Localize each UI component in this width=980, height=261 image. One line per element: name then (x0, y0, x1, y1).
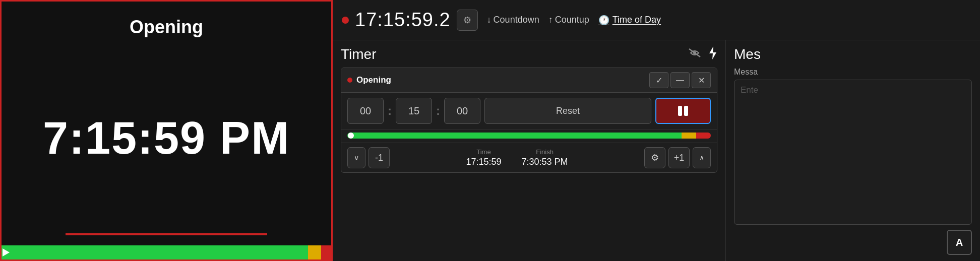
pause-button[interactable] (655, 98, 711, 124)
seconds-input[interactable]: 00 (444, 98, 480, 124)
preview-progress-red (321, 245, 331, 259)
timer-footer: ∨ -1 Time 17:15:59 Finish 7:30:53 PM (341, 143, 717, 172)
footer-minus-one-value: -1 (369, 147, 390, 168)
progress-fill-green (347, 133, 682, 139)
mode-buttons: ↓ Countdown ↑ Countup 🕐 Time of Day (487, 15, 661, 26)
hide-icon-button[interactable] (688, 48, 701, 61)
timer-header: Timer (341, 46, 717, 62)
gear-icon: ⚙ (651, 152, 659, 163)
footer-finish-value: 7:30:53 PM (522, 157, 568, 167)
timer-close-button[interactable]: ✕ (692, 72, 711, 88)
messages-title: Mes (734, 46, 972, 62)
reset-button[interactable]: Reset (484, 98, 651, 124)
footer-time-label: Time (466, 148, 501, 156)
footer-gear-button[interactable]: ⚙ (644, 147, 665, 168)
timer-check-button[interactable]: ✓ (649, 72, 668, 88)
clock-icon: 🕐 (598, 15, 609, 26)
recording-dot (342, 17, 349, 24)
preview-time: 7:15:59 PM (2, 43, 331, 233)
timer-title: Timer (341, 46, 377, 62)
footer-chevron-down-button[interactable]: ∨ (347, 147, 365, 168)
timer-minimize-button[interactable]: — (670, 72, 690, 88)
footer-chevron-up-button[interactable]: ∧ (693, 147, 711, 168)
preview-underline (66, 233, 267, 235)
timer-row-header: Opening ✓ — ✕ (341, 68, 717, 93)
footer-plus-one-button[interactable]: +1 (668, 147, 690, 168)
countup-button[interactable]: ↑ Countup (548, 15, 589, 25)
hours-input[interactable]: 00 (347, 98, 384, 124)
timer-row-name: Opening (347, 75, 391, 85)
countdown-arrow-icon: ↓ (487, 15, 492, 25)
countup-arrow-icon: ↑ (548, 15, 553, 25)
countdown-label: Countdown (494, 15, 539, 25)
chevron-up-icon: ∧ (699, 154, 704, 162)
preview-progress-green (2, 245, 308, 259)
footer-time-info: Time 17:15:59 Finish 7:30:53 PM (393, 148, 641, 167)
message-section: Mes Messa Ente A (726, 40, 980, 261)
svg-point-1 (693, 51, 696, 54)
message-input[interactable]: Ente (734, 80, 972, 225)
timer-row: Opening ✓ — ✕ 00 : 15 : 00 Reset (341, 68, 717, 173)
svg-rect-4 (684, 106, 688, 116)
middle-section: Timer (333, 40, 980, 261)
timer-row-actions: ✓ — ✕ (649, 72, 711, 88)
messages-label: Messa (734, 68, 972, 77)
progress-fill-red (696, 133, 711, 139)
countup-label: Countup (555, 15, 589, 25)
time-of-day-button[interactable]: 🕐 Time of Day (598, 15, 661, 26)
footer-finish-block: Finish 7:30:53 PM (522, 148, 568, 167)
minutes-input[interactable]: 15 (396, 98, 432, 124)
preview-progress-yellow (308, 245, 321, 259)
timer-progress-area (341, 129, 717, 143)
progress-fill-yellow (682, 133, 696, 139)
timer-name-label: Opening (356, 75, 391, 85)
timer-icons (688, 46, 717, 62)
preview-progress-arrow (3, 248, 10, 256)
time-separator-1: : (388, 104, 392, 118)
right-panel: 17:15:59.2 ⚙ ↓ Countdown ↑ Countup 🕐 Tim… (333, 0, 980, 261)
preview-panel: Opening 7:15:59 PM (0, 0, 333, 261)
preview-progress-bar (2, 245, 331, 259)
footer-right-controls: ⚙ +1 ∧ (644, 147, 711, 168)
message-send-button[interactable]: A (947, 230, 972, 255)
tod-label: Time of Day (612, 15, 661, 25)
timer-progress-track (347, 133, 711, 139)
pause-icon (676, 104, 690, 118)
settings-button[interactable]: ⚙ (457, 10, 478, 31)
preview-title: Opening (2, 2, 331, 43)
eye-slash-icon (688, 48, 701, 58)
current-time-display: 17:15:59.2 (355, 9, 451, 31)
chevron-down-icon: ∨ (354, 154, 359, 162)
top-bar: 17:15:59.2 ⚙ ↓ Countdown ↑ Countup 🕐 Tim… (333, 0, 980, 40)
footer-finish-label: Finish (522, 148, 568, 156)
lightning-icon (708, 46, 717, 59)
timer-controls: 00 : 15 : 00 Reset (341, 93, 717, 129)
svg-marker-2 (709, 46, 716, 59)
time-separator-2: : (436, 104, 440, 118)
timer-section: Timer (333, 40, 726, 261)
svg-rect-3 (678, 106, 682, 116)
flash-icon-button[interactable] (708, 46, 717, 62)
footer-time-value: 17:15:59 (466, 157, 501, 167)
progress-indicator-dot (348, 133, 354, 139)
countdown-button[interactable]: ↓ Countdown (487, 15, 539, 25)
footer-time-block: Time 17:15:59 (466, 148, 501, 167)
timer-active-dot (347, 78, 352, 83)
